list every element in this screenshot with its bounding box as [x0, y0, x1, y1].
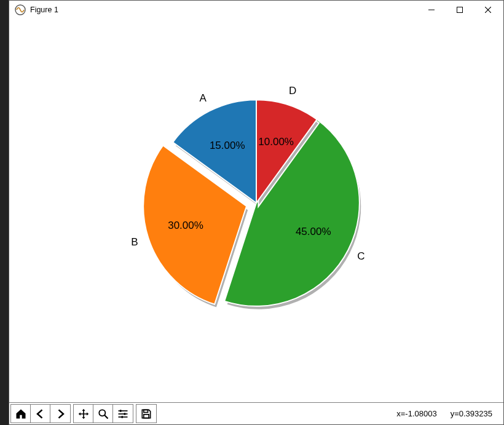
pie-label-D: D [289, 85, 296, 97]
pie-label-B: B [131, 236, 138, 248]
pie-pct-A: 15.00% [210, 140, 245, 152]
pie-pct-B: 30.00% [168, 220, 203, 232]
navigation-toolbar: x=-1.08003 y=0.393235 [9, 402, 503, 424]
coordinate-readout: x=-1.08003 y=0.393235 [396, 403, 503, 424]
svg-rect-11 [124, 413, 126, 415]
back-button[interactable] [31, 405, 50, 423]
svg-point-5 [99, 410, 105, 416]
pie-pct-D: 10.00% [258, 136, 294, 148]
pie-pct-C: 45.00% [296, 226, 331, 238]
configure-button[interactable] [113, 405, 133, 423]
close-button[interactable] [474, 1, 502, 19]
window-title: Figure 1 [30, 6, 58, 14]
maximize-button[interactable] [446, 1, 474, 19]
forward-button[interactable] [50, 405, 70, 423]
pie-chart: A15.00%B30.00%C45.00%D10.00% [112, 58, 401, 348]
app-icon [14, 4, 26, 16]
svg-line-6 [104, 415, 108, 418]
pan-button[interactable] [74, 405, 93, 423]
figure-canvas[interactable]: A15.00%B30.00%C45.00%D10.00% [9, 19, 503, 402]
minimize-button[interactable] [417, 1, 446, 19]
status-y: y=0.393235 [451, 409, 492, 418]
svg-rect-14 [144, 415, 149, 418]
svg-rect-2 [457, 7, 463, 13]
status-x: x=-1.08003 [396, 409, 436, 418]
figure-window: Figure 1 A15.00%B30.00%C45.00%D10.00% [9, 0, 504, 425]
pie-label-C: C [357, 250, 364, 263]
svg-rect-10 [120, 410, 122, 411]
pie-label-A: A [199, 92, 206, 105]
background-edge [0, 0, 9, 425]
home-button[interactable] [11, 405, 31, 423]
zoom-button[interactable] [93, 405, 113, 423]
save-button[interactable] [136, 405, 156, 423]
svg-rect-12 [122, 416, 124, 418]
title-bar: Figure 1 [9, 1, 503, 19]
svg-rect-13 [144, 410, 148, 412]
